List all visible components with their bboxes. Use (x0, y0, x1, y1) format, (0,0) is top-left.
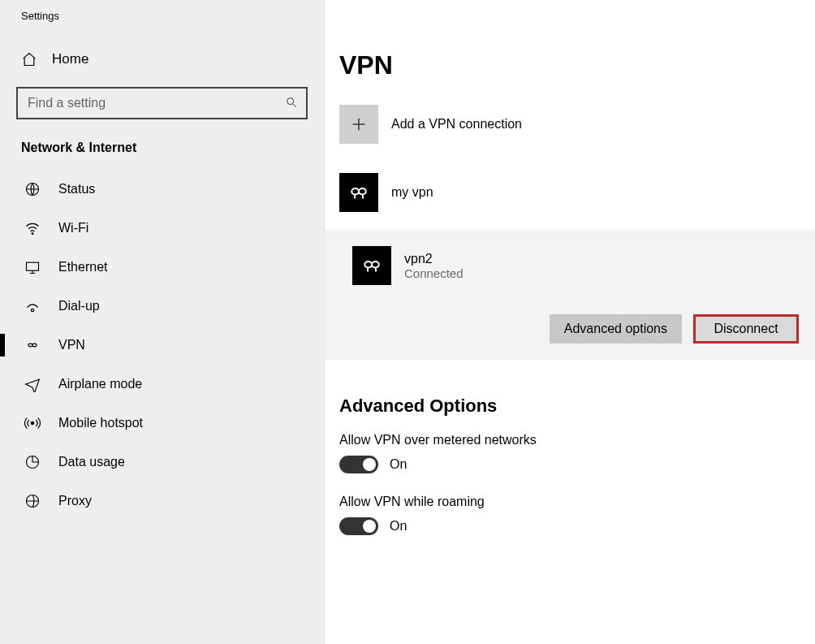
search-input[interactable] (26, 89, 285, 118)
toggle-label-metered: Allow VPN over metered networks (339, 433, 815, 447)
home-label: Home (52, 51, 88, 67)
vpn-connection-item[interactable]: my vpn (339, 166, 815, 218)
home-icon (21, 51, 37, 67)
toggle-state: On (390, 457, 407, 472)
vpn-icon (24, 337, 41, 353)
home-link[interactable]: Home (0, 46, 324, 87)
nav-label: VPN (58, 338, 85, 352)
search-icon (285, 96, 298, 111)
nav-item-proxy[interactable]: Proxy (0, 482, 324, 521)
nav-label: Wi-Fi (58, 221, 88, 236)
proxy-icon (24, 493, 41, 509)
vpn-connection-name: my vpn (391, 185, 433, 200)
airplane-icon (24, 376, 41, 392)
category-header: Network & Internet (0, 140, 324, 170)
svg-point-5 (31, 309, 33, 311)
nav-label: Data usage (58, 455, 125, 469)
svg-point-0 (287, 97, 294, 104)
main-pane: VPN Add a VPN connection my vpn (325, 0, 815, 644)
nav-item-hotspot[interactable]: Mobile hotspot (0, 404, 324, 443)
ethernet-icon (24, 259, 41, 275)
svg-point-3 (32, 233, 33, 235)
nav-item-airplane[interactable]: Airplane mode (0, 365, 324, 404)
nav-item-ethernet[interactable]: Ethernet (0, 248, 324, 287)
vpn-connection-status: Connected (404, 266, 464, 280)
dialup-icon (24, 298, 41, 314)
vpn-connection-selected: vpn2 Connected Advanced options Disconne… (325, 230, 815, 360)
svg-rect-4 (27, 262, 39, 270)
nav-label: Status (58, 182, 95, 197)
vpn-connection-icon (352, 246, 391, 285)
disconnect-button[interactable]: Disconnect (693, 314, 799, 344)
advanced-options-title: Advanced Options (339, 395, 815, 417)
hotspot-icon (24, 415, 41, 431)
vpn-connection-name: vpn2 (404, 252, 464, 266)
toggle-roaming[interactable] (339, 517, 378, 535)
search-box[interactable] (16, 87, 308, 119)
toggle-metered[interactable] (339, 456, 378, 473)
page-title: VPN (339, 50, 815, 80)
vpn-connection-icon (339, 173, 378, 212)
nav-list: Status Wi-Fi Ethernet Dial-up (0, 170, 324, 521)
plus-icon (339, 105, 378, 144)
wifi-icon (24, 220, 41, 236)
nav-item-wifi[interactable]: Wi-Fi (0, 209, 324, 248)
nav-label: Airplane mode (58, 377, 142, 391)
nav-label: Dial-up (58, 299, 100, 313)
nav-item-vpn[interactable]: VPN (0, 326, 324, 365)
add-vpn-connection[interactable]: Add a VPN connection (339, 105, 815, 144)
add-vpn-label: Add a VPN connection (391, 117, 522, 132)
svg-point-6 (31, 421, 33, 424)
nav-label: Mobile hotspot (58, 416, 143, 430)
sidebar: Settings Home Network & Internet Status (0, 0, 325, 644)
nav-item-status[interactable]: Status (0, 170, 324, 209)
vpn-connection-item[interactable]: vpn2 Connected (338, 240, 802, 292)
nav-label: Ethernet (58, 260, 107, 274)
advanced-options-section: Advanced Options Allow VPN over metered … (339, 395, 815, 535)
nav-label: Proxy (58, 494, 92, 508)
data-usage-icon (24, 454, 41, 470)
globe-icon (24, 181, 41, 197)
nav-item-dialup[interactable]: Dial-up (0, 287, 324, 326)
svg-line-1 (293, 104, 296, 107)
nav-item-datausage[interactable]: Data usage (0, 443, 324, 482)
window-title: Settings (0, 6, 324, 46)
toggle-state: On (390, 519, 407, 534)
toggle-label-roaming: Allow VPN while roaming (339, 495, 815, 509)
advanced-options-button[interactable]: Advanced options (550, 314, 682, 344)
